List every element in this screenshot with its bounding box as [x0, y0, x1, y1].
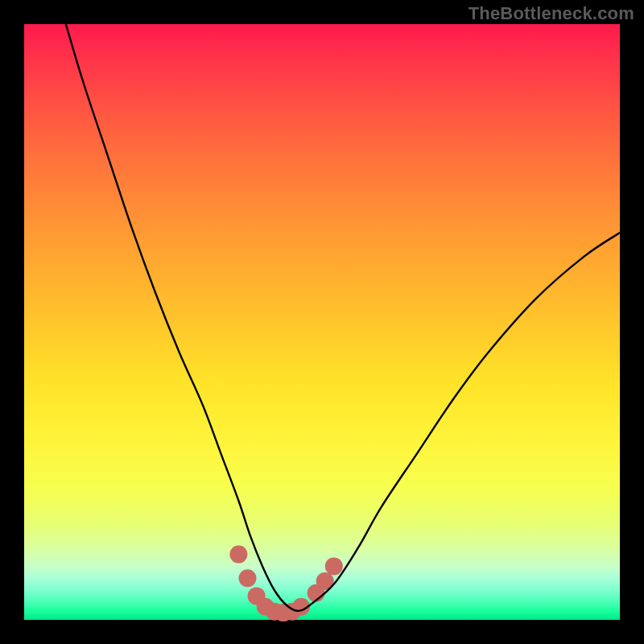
marker-dot: [325, 557, 343, 575]
curve-markers: [229, 546, 342, 622]
marker-dot: [229, 546, 247, 564]
watermark-text: TheBottleneck.com: [469, 3, 634, 24]
plot-area: [24, 24, 620, 620]
chart-svg: [24, 24, 620, 620]
marker-dot: [239, 569, 257, 587]
chart-frame: TheBottleneck.com: [0, 0, 644, 644]
bottleneck-curve: [66, 24, 620, 611]
